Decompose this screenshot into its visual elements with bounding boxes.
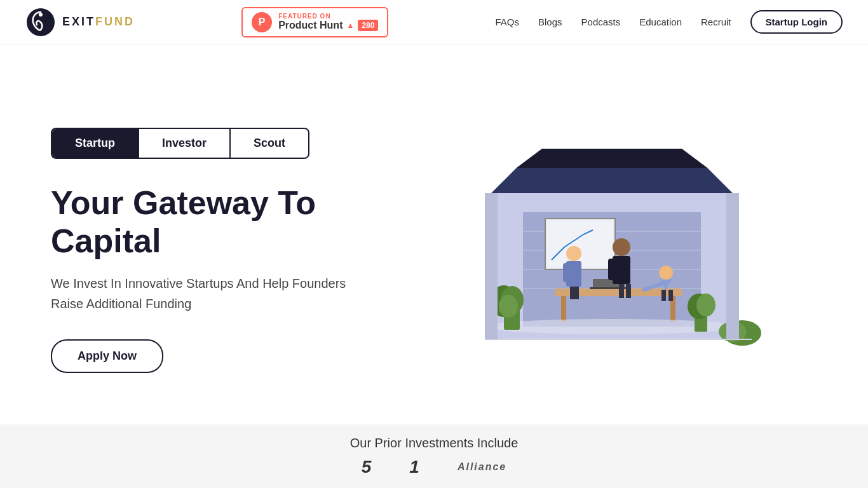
svg-rect-26 xyxy=(608,259,614,280)
svg-point-19 xyxy=(566,246,581,261)
logo-area: EXITFUND xyxy=(25,7,135,37)
nav-education[interactable]: Education xyxy=(639,17,682,27)
svg-rect-28 xyxy=(626,284,631,298)
svg-rect-44 xyxy=(485,193,498,339)
logo-icon xyxy=(25,7,56,37)
bottom-investments-section: Our Prior Investments Include 5 1 Allian… xyxy=(0,424,868,488)
svg-point-40 xyxy=(696,294,715,316)
svg-rect-45 xyxy=(726,193,739,339)
product-hunt-text: FEATURED ON Product Hunt ▲ 280 xyxy=(278,13,378,31)
tab-startup[interactable]: Startup xyxy=(52,129,139,158)
investment-logo-1: 5 xyxy=(362,457,372,477)
product-hunt-badge[interactable]: P FEATURED ON Product Hunt ▲ 280 xyxy=(241,7,388,37)
hero-right xyxy=(407,130,817,371)
nav-blogs[interactable]: Blogs xyxy=(538,17,562,27)
svg-marker-3 xyxy=(491,168,733,193)
nav-podcasts[interactable]: Podcasts xyxy=(581,17,621,27)
svg-rect-12 xyxy=(561,296,566,322)
ph-triangle-icon: ▲ xyxy=(346,21,354,30)
apply-now-button[interactable]: Apply Now xyxy=(51,339,163,373)
hero-subtitle: We Invest In Innovative Startups And Hel… xyxy=(51,273,407,314)
svg-rect-30 xyxy=(661,290,666,301)
hero-left: Startup Investor Scout Your Gateway To C… xyxy=(51,128,407,373)
svg-rect-31 xyxy=(668,290,673,301)
ph-name: Product Hunt ▲ 280 xyxy=(278,20,378,31)
svg-rect-21 xyxy=(563,263,569,282)
svg-point-29 xyxy=(659,266,673,280)
ph-count: 280 xyxy=(358,20,378,31)
hero-title: Your Gateway To Capital xyxy=(51,184,407,261)
svg-marker-4 xyxy=(517,149,707,168)
hero-section: Startup Investor Scout Your Gateway To C… xyxy=(0,44,868,424)
hero-subtitle-line2: Raise Additional Funding xyxy=(51,297,191,311)
product-hunt-icon: P xyxy=(252,12,272,32)
tab-investor[interactable]: Investor xyxy=(139,129,231,158)
header: EXITFUND P FEATURED ON Product Hunt ▲ 28… xyxy=(0,0,868,44)
investments-logos: 5 1 Alliance xyxy=(362,457,507,477)
tab-scout[interactable]: Scout xyxy=(231,129,308,158)
investment-logo-2: 1 xyxy=(409,457,419,477)
startup-login-button[interactable]: Startup Login xyxy=(750,10,843,34)
logo-text: EXITFUND xyxy=(62,15,135,29)
svg-point-37 xyxy=(499,295,518,318)
nav-recruit[interactable]: Recruit xyxy=(701,17,731,27)
investment-logo-3: Alliance xyxy=(458,461,506,473)
tabs-container: Startup Investor Scout xyxy=(51,128,309,159)
ph-featured-label: FEATURED ON xyxy=(278,13,378,20)
svg-rect-27 xyxy=(619,284,624,298)
svg-point-24 xyxy=(613,238,630,256)
prior-investments-title: Our Prior Investments Include xyxy=(350,436,519,451)
hero-subtitle-line1: We Invest In Innovative Startups And Hel… xyxy=(51,276,346,290)
svg-rect-25 xyxy=(613,256,630,284)
svg-rect-17 xyxy=(547,220,613,268)
svg-point-1 xyxy=(39,13,43,17)
nav-links: FAQs Blogs Podcasts Education Recruit St… xyxy=(496,10,843,34)
svg-rect-23 xyxy=(570,287,575,299)
nav-faqs[interactable]: FAQs xyxy=(496,17,520,27)
garage-illustration xyxy=(447,130,777,371)
